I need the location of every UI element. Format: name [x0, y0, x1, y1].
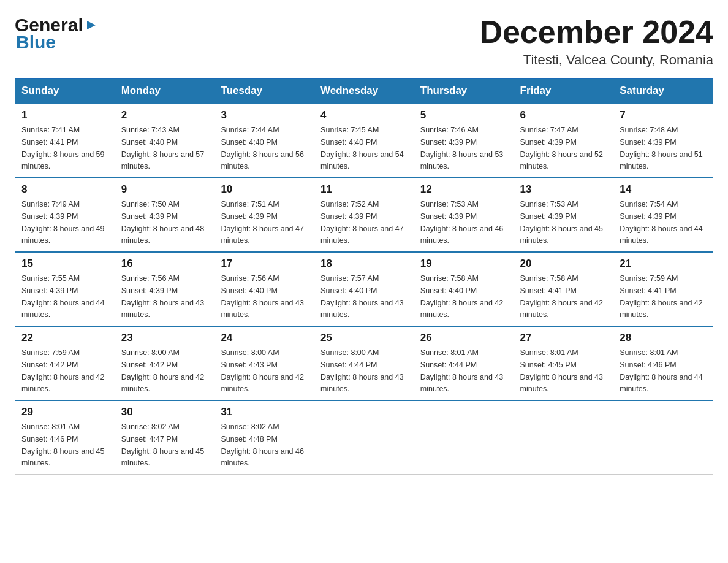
calendar-cell: 15 Sunrise: 7:55 AMSunset: 4:39 PMDaylig…: [15, 252, 115, 326]
calendar-cell: 8 Sunrise: 7:49 AMSunset: 4:39 PMDayligh…: [15, 178, 115, 252]
calendar-cell: 14 Sunrise: 7:54 AMSunset: 4:39 PMDaylig…: [613, 178, 713, 252]
calendar-cell: 21 Sunrise: 7:59 AMSunset: 4:41 PMDaylig…: [613, 252, 713, 326]
calendar-week-row-4: 22 Sunrise: 7:59 AMSunset: 4:42 PMDaylig…: [15, 326, 713, 400]
day-number: 26: [420, 332, 507, 344]
day-info: Sunrise: 7:43 AMSunset: 4:40 PMDaylight:…: [121, 126, 205, 170]
day-number: 2: [121, 109, 208, 121]
calendar-cell: 28 Sunrise: 8:01 AMSunset: 4:46 PMDaylig…: [613, 326, 713, 400]
calendar-week-row-5: 29 Sunrise: 8:01 AMSunset: 4:46 PMDaylig…: [15, 400, 713, 475]
calendar-cell: 11 Sunrise: 7:52 AMSunset: 4:39 PMDaylig…: [314, 178, 414, 252]
col-header-sunday: Sunday: [15, 79, 115, 104]
day-info: Sunrise: 8:01 AMSunset: 4:45 PMDaylight:…: [520, 348, 604, 393]
day-info: Sunrise: 8:01 AMSunset: 4:46 PMDaylight:…: [21, 423, 105, 467]
calendar-cell: 27 Sunrise: 8:01 AMSunset: 4:45 PMDaylig…: [514, 326, 613, 400]
day-number: 15: [21, 258, 108, 270]
calendar-cell: 3 Sunrise: 7:44 AMSunset: 4:40 PMDayligh…: [214, 104, 314, 178]
title-area: December 2024 Titesti, Valcea County, Ro…: [479, 15, 713, 68]
day-number: 18: [320, 258, 408, 270]
day-info: Sunrise: 8:00 AMSunset: 4:43 PMDaylight:…: [221, 348, 304, 393]
col-header-thursday: Thursday: [414, 79, 514, 104]
calendar-header-row: Sunday Monday Tuesday Wednesday Thursday…: [15, 79, 713, 104]
calendar-cell: 31 Sunrise: 8:02 AMSunset: 4:48 PMDaylig…: [214, 400, 314, 475]
day-number: 16: [121, 258, 208, 270]
day-number: 23: [121, 332, 208, 344]
day-number: 9: [121, 183, 208, 196]
calendar-cell: 13 Sunrise: 7:53 AMSunset: 4:39 PMDaylig…: [514, 178, 613, 252]
logo: General Blue: [15, 15, 98, 53]
day-info: Sunrise: 7:56 AMSunset: 4:40 PMDaylight:…: [221, 274, 304, 319]
calendar-table: Sunday Monday Tuesday Wednesday Thursday…: [15, 78, 713, 475]
day-info: Sunrise: 7:50 AMSunset: 4:39 PMDaylight:…: [121, 200, 205, 245]
day-info: Sunrise: 7:45 AMSunset: 4:40 PMDaylight:…: [320, 126, 404, 170]
day-number: 29: [21, 406, 108, 418]
month-title: December 2024: [479, 15, 713, 50]
calendar-cell: 7 Sunrise: 7:48 AMSunset: 4:39 PMDayligh…: [613, 104, 713, 178]
day-info: Sunrise: 7:48 AMSunset: 4:39 PMDaylight:…: [620, 126, 703, 170]
day-number: 3: [221, 109, 308, 121]
calendar-cell: 29 Sunrise: 8:01 AMSunset: 4:46 PMDaylig…: [15, 400, 115, 475]
day-info: Sunrise: 8:00 AMSunset: 4:42 PMDaylight:…: [121, 348, 205, 393]
day-info: Sunrise: 8:02 AMSunset: 4:47 PMDaylight:…: [121, 423, 205, 467]
calendar-week-row-2: 8 Sunrise: 7:49 AMSunset: 4:39 PMDayligh…: [15, 178, 713, 252]
day-number: 13: [520, 183, 607, 196]
day-number: 19: [420, 258, 507, 270]
day-number: 28: [620, 332, 707, 344]
calendar-cell: 18 Sunrise: 7:57 AMSunset: 4:40 PMDaylig…: [314, 252, 414, 326]
calendar-cell: 25 Sunrise: 8:00 AMSunset: 4:44 PMDaylig…: [314, 326, 414, 400]
day-number: 4: [320, 109, 408, 121]
calendar-cell: 1 Sunrise: 7:41 AMSunset: 4:41 PMDayligh…: [15, 104, 115, 178]
day-info: Sunrise: 8:00 AMSunset: 4:44 PMDaylight:…: [320, 348, 404, 393]
day-info: Sunrise: 8:01 AMSunset: 4:46 PMDaylight:…: [620, 348, 703, 393]
day-number: 12: [420, 183, 507, 196]
calendar-cell: 19 Sunrise: 7:58 AMSunset: 4:40 PMDaylig…: [414, 252, 514, 326]
calendar-cell: 22 Sunrise: 7:59 AMSunset: 4:42 PMDaylig…: [15, 326, 115, 400]
day-info: Sunrise: 7:59 AMSunset: 4:42 PMDaylight:…: [21, 348, 105, 393]
day-number: 25: [320, 332, 408, 344]
day-number: 30: [121, 406, 208, 418]
day-info: Sunrise: 7:52 AMSunset: 4:39 PMDaylight:…: [320, 200, 404, 245]
calendar-cell: 9 Sunrise: 7:50 AMSunset: 4:39 PMDayligh…: [115, 178, 214, 252]
day-info: Sunrise: 7:57 AMSunset: 4:40 PMDaylight:…: [320, 274, 404, 319]
col-header-monday: Monday: [115, 79, 214, 104]
calendar-cell: 26 Sunrise: 8:01 AMSunset: 4:44 PMDaylig…: [414, 326, 514, 400]
day-info: Sunrise: 7:41 AMSunset: 4:41 PMDaylight:…: [21, 126, 105, 170]
location: Titesti, Valcea County, Romania: [479, 52, 713, 68]
day-info: Sunrise: 7:49 AMSunset: 4:39 PMDaylight:…: [21, 200, 105, 245]
day-info: Sunrise: 7:53 AMSunset: 4:39 PMDaylight:…: [520, 200, 604, 245]
day-number: 5: [420, 109, 507, 121]
calendar-cell: 2 Sunrise: 7:43 AMSunset: 4:40 PMDayligh…: [115, 104, 214, 178]
day-info: Sunrise: 7:59 AMSunset: 4:41 PMDaylight:…: [620, 274, 703, 319]
calendar-cell: [314, 400, 414, 475]
col-header-tuesday: Tuesday: [214, 79, 314, 104]
logo-blue: Blue: [16, 32, 56, 53]
calendar-cell: [414, 400, 514, 475]
day-info: Sunrise: 7:46 AMSunset: 4:39 PMDaylight:…: [420, 126, 504, 170]
day-info: Sunrise: 7:51 AMSunset: 4:39 PMDaylight:…: [221, 200, 304, 245]
col-header-wednesday: Wednesday: [314, 79, 414, 104]
calendar-cell: 17 Sunrise: 7:56 AMSunset: 4:40 PMDaylig…: [214, 252, 314, 326]
day-info: Sunrise: 7:47 AMSunset: 4:39 PMDaylight:…: [520, 126, 604, 170]
day-number: 7: [620, 109, 707, 121]
day-number: 21: [620, 258, 707, 270]
calendar-cell: 30 Sunrise: 8:02 AMSunset: 4:47 PMDaylig…: [115, 400, 214, 475]
day-number: 17: [221, 258, 308, 270]
calendar-cell: 23 Sunrise: 8:00 AMSunset: 4:42 PMDaylig…: [115, 326, 214, 400]
day-number: 24: [221, 332, 308, 344]
day-number: 10: [221, 183, 308, 196]
day-info: Sunrise: 7:53 AMSunset: 4:39 PMDaylight:…: [420, 200, 504, 245]
day-number: 1: [21, 109, 108, 121]
day-number: 20: [520, 258, 607, 270]
logo-triangle-icon: [85, 18, 98, 32]
calendar-cell: [514, 400, 613, 475]
day-info: Sunrise: 7:56 AMSunset: 4:39 PMDaylight:…: [121, 274, 205, 319]
calendar-cell: 4 Sunrise: 7:45 AMSunset: 4:40 PMDayligh…: [314, 104, 414, 178]
svg-marker-0: [87, 21, 96, 29]
day-number: 11: [320, 183, 408, 196]
calendar-week-row-3: 15 Sunrise: 7:55 AMSunset: 4:39 PMDaylig…: [15, 252, 713, 326]
calendar-cell: 6 Sunrise: 7:47 AMSunset: 4:39 PMDayligh…: [514, 104, 613, 178]
day-number: 8: [21, 183, 108, 196]
day-info: Sunrise: 7:54 AMSunset: 4:39 PMDaylight:…: [620, 200, 703, 245]
day-number: 27: [520, 332, 607, 344]
day-info: Sunrise: 7:55 AMSunset: 4:39 PMDaylight:…: [21, 274, 105, 319]
day-number: 14: [620, 183, 707, 196]
